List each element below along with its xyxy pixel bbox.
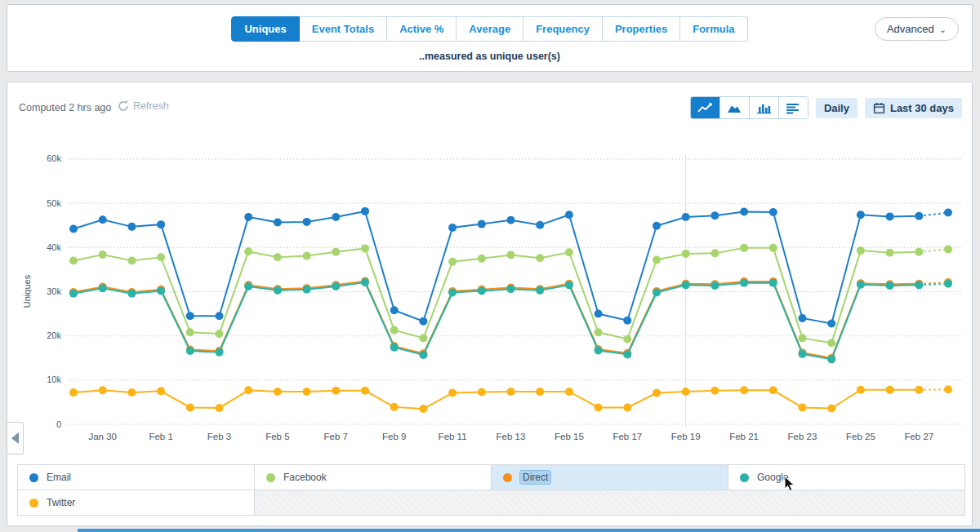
series-color-dot	[503, 473, 512, 482]
svg-text:Jan 30: Jan 30	[88, 432, 117, 441]
legend-item-label: Twitter	[47, 497, 75, 508]
granularity-button[interactable]: Daily	[816, 98, 858, 118]
svg-text:Feb 7: Feb 7	[324, 432, 348, 441]
svg-text:Feb 23: Feb 23	[788, 432, 817, 441]
computed-time-label: Computed 2 hrs ago	[19, 102, 111, 113]
line-chart-button[interactable]	[691, 97, 720, 118]
svg-text:Feb 5: Feb 5	[265, 432, 289, 441]
column-chart-button[interactable]	[750, 97, 779, 118]
metric-tabs: UniquesEvent TotalsActive %AverageFreque…	[7, 16, 972, 42]
svg-text:Uniques: Uniques	[22, 274, 32, 308]
refresh-button-label: Refresh	[133, 100, 169, 112]
chart-controls: Daily Last 30 days	[690, 96, 962, 119]
legend-item-label: Facebook	[283, 472, 327, 483]
series-legend: EmailFacebookDirectGoogleTwitter	[17, 464, 965, 516]
tab-average[interactable]: Average	[457, 16, 523, 42]
tab-formula[interactable]: Formula	[680, 16, 747, 42]
svg-text:Feb 13: Feb 13	[497, 432, 526, 441]
calendar-icon	[873, 102, 885, 114]
svg-text:0: 0	[56, 419, 61, 429]
chart-panel: Computed 2 hrs ago Refresh	[7, 82, 973, 526]
svg-text:Feb 27: Feb 27	[904, 432, 933, 441]
tab-uniques[interactable]: Uniques	[231, 16, 299, 42]
date-range-button[interactable]: Last 30 days	[865, 98, 962, 118]
collapse-left-icon	[11, 432, 19, 444]
refresh-icon	[117, 100, 130, 113]
svg-text:30k: 30k	[47, 286, 61, 296]
chevron-down-icon: ⌄	[939, 27, 947, 32]
legend-item-facebook[interactable]: Facebook	[255, 465, 492, 490]
advanced-button[interactable]: Advanced ⌄	[875, 17, 959, 41]
svg-text:Feb 1: Feb 1	[149, 432, 172, 441]
granularity-label: Daily	[824, 102, 849, 114]
legend-item-twitter[interactable]: Twitter	[18, 490, 255, 516]
line-chart-icon	[697, 102, 713, 114]
svg-text:60k: 60k	[47, 153, 61, 163]
svg-text:10k: 10k	[47, 375, 61, 384]
analytics-dashboard: UniquesEvent TotalsActive %AverageFreque…	[0, 0, 980, 532]
legend-item-google[interactable]: Google	[728, 465, 965, 490]
advanced-button-label: Advanced	[887, 23, 934, 35]
chart-type-toggle	[690, 96, 808, 119]
series-color-dot	[29, 473, 38, 482]
next-panel-top-edge	[78, 529, 980, 532]
tab-properties[interactable]: Properties	[603, 16, 680, 42]
horizontal-bars-button[interactable]	[779, 97, 808, 118]
series-color-dot	[266, 473, 275, 482]
date-range-label: Last 30 days	[890, 102, 954, 114]
svg-text:20k: 20k	[47, 330, 61, 340]
mouse-cursor	[784, 476, 795, 492]
legend-item-email[interactable]: Email	[18, 465, 255, 490]
svg-text:Feb 9: Feb 9	[382, 432, 406, 441]
series-color-dot	[740, 473, 749, 482]
svg-text:50k: 50k	[47, 198, 61, 208]
column-chart-icon	[755, 102, 772, 114]
svg-text:Feb 21: Feb 21	[729, 432, 759, 441]
horizontal-bars-icon	[785, 102, 801, 114]
svg-text:Feb 25: Feb 25	[846, 432, 875, 441]
svg-text:Feb 11: Feb 11	[439, 432, 467, 441]
svg-text:Feb 3: Feb 3	[207, 432, 231, 441]
collapse-panel-handle[interactable]	[7, 422, 24, 454]
series-color-dot	[29, 499, 38, 508]
metric-tabs-panel: UniquesEvent TotalsActive %AverageFreque…	[7, 4, 973, 72]
tab-frequency[interactable]: Frequency	[523, 16, 603, 42]
metric-subtitle: ..measured as unique user(s)	[7, 51, 972, 62]
uniques-line-chart[interactable]: 010k20k30k40k50k60kJan 30Feb 1Feb 3Feb 5…	[7, 140, 972, 459]
area-chart-icon	[726, 102, 742, 114]
legend-empty-cells	[255, 490, 965, 516]
legend-item-label: Direct	[520, 471, 550, 484]
svg-text:Feb 15: Feb 15	[555, 432, 584, 441]
area-chart-button[interactable]	[720, 97, 750, 118]
svg-text:40k: 40k	[47, 242, 61, 252]
svg-text:Feb 17: Feb 17	[612, 432, 642, 441]
svg-text:Feb 19: Feb 19	[671, 432, 701, 441]
refresh-button[interactable]: Refresh	[117, 100, 169, 113]
legend-item-direct[interactable]: Direct	[492, 465, 728, 490]
tab-event-totals[interactable]: Event Totals	[300, 16, 387, 42]
tab-active-[interactable]: Active %	[387, 16, 457, 42]
legend-item-label: Email	[47, 472, 71, 483]
